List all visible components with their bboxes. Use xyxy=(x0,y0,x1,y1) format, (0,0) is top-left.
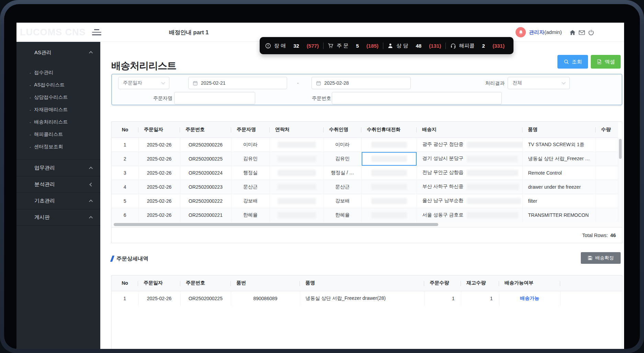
cell-contact[interactable] xyxy=(270,194,324,208)
cell-recipient[interactable]: 김유민 xyxy=(324,152,361,166)
orderer-input[interactable] xyxy=(174,92,255,104)
cell-contact[interactable] xyxy=(270,166,324,180)
cell-product[interactable]: TRANSMITTER REMOCON xyxy=(522,208,596,222)
deliverable-link[interactable]: 배송가능 xyxy=(520,295,539,301)
cell-orderer[interactable]: 문산근 xyxy=(231,180,270,194)
column-header-품명[interactable]: 품명 xyxy=(300,275,424,291)
sidebar-group-3[interactable]: 기초관리 xyxy=(16,193,100,209)
cell-date[interactable]: 2025-02-26 xyxy=(138,138,180,152)
sidebar-item[interactable]: -배송처리리스트 xyxy=(16,116,100,128)
sidebar-item[interactable]: -센터정보조회 xyxy=(16,141,100,153)
cell-orderer[interactable]: 강보배 xyxy=(231,194,270,208)
cell-date[interactable]: 2025-02-26 xyxy=(138,208,180,222)
cell-deliverable[interactable]: 배송가능 xyxy=(499,291,560,306)
order-no-input[interactable] xyxy=(332,92,502,104)
sidebar-item[interactable]: -AS접수리스트 xyxy=(16,79,100,91)
column-header-주문자명[interactable]: 주문자명 xyxy=(231,122,270,138)
column-header-품명[interactable]: 품명 xyxy=(522,122,596,138)
search-button[interactable]: 조회 xyxy=(557,55,588,69)
column-header-수취인휴대전화[interactable]: 수취인휴대전화 xyxy=(361,122,417,138)
cell-qty[interactable] xyxy=(596,138,618,152)
cell-recipient[interactable]: 강보배 xyxy=(324,194,361,208)
cell-phone[interactable] xyxy=(361,194,417,208)
cell-no[interactable]: 6 xyxy=(112,208,138,222)
cell-no[interactable]: 1 xyxy=(112,291,138,306)
column-header-주문수량[interactable]: 주문수량 xyxy=(424,275,461,291)
cell-contact[interactable] xyxy=(270,152,324,166)
cell-phone[interactable] xyxy=(361,138,417,152)
date-type-select[interactable]: 주문일자 xyxy=(118,77,169,89)
cell-orderer[interactable]: 행정실 xyxy=(231,166,270,180)
result-select[interactable]: 전체 xyxy=(508,77,570,89)
cell-qty[interactable] xyxy=(596,180,618,194)
cell-orderer[interactable]: 이미라 xyxy=(231,138,270,152)
cell-address[interactable]: 서울 성동구 금호로 xyxy=(417,208,522,222)
cell-order_no[interactable]: OR2502000224 xyxy=(180,166,231,180)
excel-button[interactable]: 엑셀 xyxy=(591,55,621,69)
sidebar-item[interactable]: -해피콜리스트 xyxy=(16,128,100,141)
cell-phone[interactable] xyxy=(361,208,417,222)
vertical-scrollbar-thumb[interactable] xyxy=(619,139,622,159)
home-icon[interactable] xyxy=(569,29,576,36)
date-to-input[interactable]: 2025-02-28 xyxy=(312,77,411,89)
cell-order_no[interactable]: OR2502000223 xyxy=(180,180,231,194)
cell-product[interactable]: TV STAND SCREW외 1종 xyxy=(522,138,596,152)
cell-phone[interactable] xyxy=(361,166,417,180)
cell-part_no[interactable]: 890086089 xyxy=(231,291,300,306)
column-header-배송지[interactable]: 배송지 xyxy=(417,122,522,138)
menu-toggle-icon[interactable] xyxy=(92,28,101,36)
cell-date[interactable]: 2025-02-26 xyxy=(138,180,180,194)
cell-no[interactable]: 5 xyxy=(112,194,138,208)
cell-no[interactable]: 1 xyxy=(112,138,138,152)
date-from-input[interactable]: 2025-02-21 xyxy=(188,77,287,89)
column-header-재고수량[interactable]: 재고수량 xyxy=(461,275,499,291)
horizontal-scrollbar-thumb[interactable] xyxy=(114,223,438,226)
mail-icon[interactable] xyxy=(578,29,585,36)
cell-order_qty[interactable]: 1 xyxy=(424,291,461,306)
cell-address[interactable]: 경기 성남시 분당구 xyxy=(417,152,522,166)
cell-qty[interactable] xyxy=(596,208,618,222)
cell-product[interactable]: drawer under the freezer xyxy=(522,180,596,194)
cell-order_no[interactable]: OR2502000225 xyxy=(180,152,231,166)
column-header-주문번호[interactable]: 주문번호 xyxy=(180,275,231,291)
cell-orderer[interactable]: 김유민 xyxy=(231,152,270,166)
cell-product[interactable]: Remote Control xyxy=(522,166,596,180)
cell-product[interactable]: 냉동실 상단 서랍_Freezer drawer(28) xyxy=(300,291,424,306)
sidebar-group-1[interactable]: 업무관리 xyxy=(16,160,100,176)
column-header-연락처[interactable]: 연락처 xyxy=(270,122,324,138)
sidebar-item[interactable]: -상담접수리스트 xyxy=(16,91,100,104)
cell-date[interactable]: 2025-02-26 xyxy=(138,291,180,306)
cell-product[interactable]: filter xyxy=(522,194,596,208)
cell-date[interactable]: 2025-02-26 xyxy=(138,166,180,180)
cell-recipient[interactable]: 이미라 xyxy=(324,138,361,152)
cell-date[interactable]: 2025-02-26 xyxy=(138,152,180,166)
cell-no[interactable]: 4 xyxy=(112,180,138,194)
sidebar-item[interactable]: -자재판매리스트 xyxy=(16,104,100,116)
cell-phone[interactable] xyxy=(361,180,417,194)
column-header-주문일자[interactable]: 주문일자 xyxy=(138,122,180,138)
cell-contact[interactable] xyxy=(270,208,324,222)
column-header-blank[interactable] xyxy=(560,275,622,291)
sidebar-group-2[interactable]: 분석관리 xyxy=(16,176,100,192)
column-header-No[interactable]: No xyxy=(112,275,138,291)
column-header-주문일자[interactable]: 주문일자 xyxy=(138,275,180,291)
cell-product[interactable]: 냉동실 상단 서랍_Freezer … xyxy=(522,152,596,166)
cell-phone[interactable] xyxy=(361,152,417,166)
column-header-No[interactable]: No xyxy=(112,122,138,138)
cell-address[interactable]: 광주 광산구 첨단중 xyxy=(417,138,522,152)
cell-qty[interactable] xyxy=(596,194,618,208)
cell-recipient[interactable]: 한혜율 xyxy=(324,208,361,222)
sidebar-group-0[interactable]: AS관리 xyxy=(16,45,100,60)
cell-address[interactable]: 부산 사하구 하신중 xyxy=(417,180,522,194)
cell-orderer[interactable]: 한혜율 xyxy=(231,208,270,222)
cell-no[interactable]: 3 xyxy=(112,166,138,180)
cell-order_no[interactable]: OR2502000222 xyxy=(180,194,231,208)
sidebar-group-4[interactable]: 게시판 xyxy=(16,209,100,225)
cell-contact[interactable] xyxy=(270,138,324,152)
cell-order_no[interactable]: OR2502000226 xyxy=(180,138,231,152)
cell-address[interactable]: 울산 남구 남부순환 xyxy=(417,194,522,208)
column-header-수량[interactable]: 수량 xyxy=(596,122,618,138)
column-header-품번[interactable]: 품번 xyxy=(231,275,300,291)
column-header-배송가능여부[interactable]: 배송가능여부 xyxy=(499,275,560,291)
cell-recipient[interactable]: 문산근 xyxy=(324,180,361,194)
